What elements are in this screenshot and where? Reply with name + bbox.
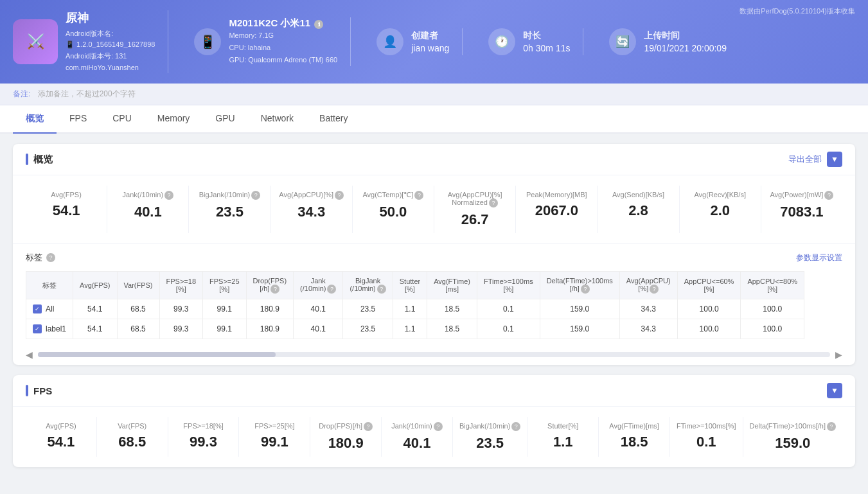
col-ftime100: FTime>=100ms[%] (477, 272, 540, 299)
fps-fps25-value: 99.1 (245, 434, 303, 450)
tags-title: 标签 ? (26, 252, 55, 263)
stat-send-label: Avg(Send)[KB/s] (605, 191, 671, 198)
nav-tabs: 概览 FPS CPU Memory GPU Network Battery (0, 105, 868, 134)
label1-appcpu80: 100.0 (741, 319, 804, 339)
tab-network[interactable]: Network (248, 105, 306, 134)
overview-title: 概览 (26, 154, 53, 166)
tab-battery[interactable]: Battery (306, 105, 360, 134)
tags-help-icon[interactable]: ? (46, 253, 55, 262)
normalized-help-icon[interactable]: ? (489, 198, 498, 207)
tab-memory[interactable]: Memory (145, 105, 203, 134)
stat-normalized-label: Avg(AppCPU)[%]Normalized? (442, 191, 508, 207)
fps-delta-ftime-value: 159.0 (750, 435, 837, 452)
all-ftime100: 0.1 (477, 299, 540, 319)
jank-help-icon[interactable]: ? (164, 191, 173, 200)
table-scrollbar[interactable]: ◀ ▶ (13, 347, 855, 365)
scroll-left-arrow[interactable]: ◀ (26, 349, 33, 360)
overview-header: 概览 导出全部 ▼ (13, 144, 855, 175)
appcpu-help-icon[interactable]: ? (335, 191, 344, 200)
stat-power: Avg(Power)[mW]? 7083.1 (761, 186, 842, 233)
stat-jank-value: 40.1 (115, 204, 181, 220)
main-content: 概览 导出全部 ▼ Avg(FPS) 54.1 Jank(/10min)? 40… (0, 134, 868, 488)
author-block: 👤 创建者 jian wang (364, 28, 463, 55)
fps-bigjank-help[interactable]: ? (511, 422, 520, 431)
app-info-block: ⚔️ 原神 Android版本名: 📱 1.2.0_1565149_162789… (13, 10, 168, 73)
table-wrapper[interactable]: 标签 Avg(FPS) Var(FPS) FPS>=18[%] FPS>=25[… (26, 271, 842, 339)
fps-var-fps-value: 68.5 (103, 434, 161, 450)
fps-ftime100: FTime>=100ms[%] 0.1 (670, 417, 743, 457)
upload-time-label: 上传时间 (644, 30, 726, 42)
label1-var-fps: 68.5 (117, 319, 159, 339)
duration-label: 时长 (523, 30, 570, 42)
stat-appcpu-value: 34.3 (279, 204, 344, 220)
avg-appcpu-help[interactable]: ? (650, 285, 659, 294)
tab-overview[interactable]: 概览 (13, 105, 57, 134)
stat-normalized-value: 26.7 (442, 211, 508, 228)
fps-bigjank-label: BigJank(/10min)? (459, 422, 520, 431)
scroll-right-arrow[interactable]: ▶ (835, 349, 842, 360)
stat-jank-label: Jank(/10min)? (115, 191, 181, 200)
ctemp-help-icon[interactable]: ? (414, 191, 423, 200)
fps-delta-help[interactable]: ? (827, 422, 836, 431)
fps-jank: Jank(/10min)? 40.1 (382, 417, 453, 457)
page-header: 数据由PerfDog(5.0.210104)版本收集 ⚔️ 原神 Android… (0, 0, 868, 84)
row-label1-checkbox[interactable]: ✓ (33, 324, 42, 333)
bigjank-col-help[interactable]: ? (377, 285, 386, 294)
stat-avg-fps-label: Avg(FPS) (33, 191, 99, 198)
tab-cpu[interactable]: CPU (100, 105, 145, 134)
fps-fps18-label: FPS>=18[%] (175, 422, 233, 430)
params-link[interactable]: 参数显示设置 (796, 252, 842, 263)
fps-drop-help[interactable]: ? (364, 422, 373, 431)
tab-fps[interactable]: FPS (57, 105, 100, 134)
author-label: 创建者 (411, 30, 449, 42)
fps-avg-ftime-value: 18.5 (605, 434, 663, 450)
row-all-checkbox[interactable]: ✓ (33, 304, 42, 313)
fps-jank-help[interactable]: ? (434, 422, 443, 431)
col-avg-ftime: Avg(FTime)[ms] (427, 272, 477, 299)
tab-gpu[interactable]: GPU (202, 105, 247, 134)
col-appcpu80: AppCPU<=80%[%] (741, 272, 804, 299)
stat-memory: Peak(Memory)[MB] 2067.0 (516, 186, 598, 233)
stat-recv-label: Avg(Recv)[KB/s] (687, 191, 753, 198)
note-bar: 备注: 添加备注，不超过200个字符 (0, 84, 868, 105)
fps-actions: ▼ (827, 383, 842, 398)
fps-title: FPS (26, 385, 52, 396)
col-avg-fps: Avg(FPS) (73, 272, 117, 299)
fps-stats-row: Avg(FPS) 54.1 Var(FPS) 68.5 FPS>=18[%] 9… (13, 407, 855, 467)
label1-avg-fps: 54.1 (73, 319, 117, 339)
export-all-button[interactable]: 导出全部 (788, 154, 822, 165)
fps-collapse-button[interactable]: ▼ (827, 383, 842, 398)
scroll-track[interactable] (38, 352, 830, 357)
fps-delta-ftime-label: Delta(FTime)>100ms[/h]? (750, 422, 837, 431)
fps-avg-ftime: Avg(FTime)[ms] 18.5 (599, 417, 670, 457)
drop-fps-help[interactable]: ? (270, 285, 279, 294)
all-stutter: 1.1 (393, 299, 427, 319)
stat-ctemp: Avg(CTemp)[℃]? 50.0 (353, 186, 434, 233)
delta-ftime-help[interactable]: ? (581, 285, 590, 294)
col-jank: Jank(/10min)? (294, 272, 343, 299)
device-info-icon[interactable]: ℹ (314, 20, 323, 29)
all-bigjank: 23.5 (343, 299, 393, 319)
col-appcpu60: AppCPU<=60%[%] (677, 272, 741, 299)
fps-card: FPS ▼ Avg(FPS) 54.1 Var(FPS) 68.5 FPS>=1… (13, 375, 855, 467)
stat-power-value: 7083.1 (769, 204, 835, 220)
note-placeholder[interactable]: 添加备注，不超过200个字符 (38, 89, 136, 98)
fps-avg-fps: Avg(FPS) 54.1 (26, 417, 97, 457)
label1-ftime100: 0.1 (477, 319, 540, 339)
stat-memory-value: 2067.0 (524, 202, 589, 219)
app-details: 原神 Android版本名: 📱 1.2.0_1565149_1627898 A… (66, 10, 155, 73)
all-avg-fps: 54.1 (73, 299, 117, 319)
bigjank-help-icon[interactable]: ? (251, 191, 260, 200)
jank-col-help[interactable]: ? (327, 285, 336, 294)
power-help-icon[interactable]: ? (824, 191, 833, 200)
col-fps18: FPS>=18[%] (159, 272, 202, 299)
label1-jank: 40.1 (294, 319, 343, 339)
fps-var-fps-label: Var(FPS) (103, 422, 161, 430)
fps-stutter-value: 1.1 (534, 434, 592, 450)
app-icon: ⚔️ (13, 19, 58, 64)
label1-fps25: 99.1 (203, 319, 246, 339)
all-avg-ftime: 18.5 (427, 299, 477, 319)
col-fps25: FPS>=25[%] (203, 272, 246, 299)
overview-collapse-button[interactable]: ▼ (827, 152, 842, 167)
col-var-fps: Var(FPS) (117, 272, 159, 299)
